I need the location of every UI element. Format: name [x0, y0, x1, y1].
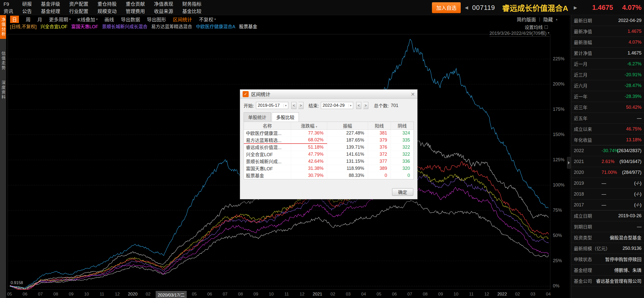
simple-layout-button[interactable]: 简约版面	[517, 16, 536, 23]
side-tab-估值走势[interactable]: 估值走势	[0, 49, 6, 73]
legend-景顺长城新兴成长混合[interactable]: 景顺长城新兴成长混合	[102, 23, 147, 30]
panel-value: 暂停申购暂停赎回	[605, 256, 641, 262]
menu-item-管理费用[interactable]: 管理费用	[126, 9, 145, 14]
stats-row-易方达蓝筹精选...[interactable]: 易方达蓝筹精选...68.02%187.65%379335	[244, 137, 414, 144]
panel-value: 2.61%	[602, 159, 614, 164]
menu-item-基金经理[interactable]: 基金经理	[41, 9, 60, 14]
menu-item-基金比较[interactable]: 基金比较	[182, 9, 201, 14]
menu-item-重仓贡献[interactable]: 重仓贡献	[126, 2, 145, 7]
stats-table-head-row: 名称涨跌幅▾振幅阳线阴线	[244, 122, 414, 129]
end-date-next-button[interactable]: >	[363, 102, 368, 109]
stats-row-景顺长城新兴成...[interactable]: 景顺长城新兴成...42.64%131.15%377336	[244, 158, 414, 165]
tab-single-stock-stats[interactable]: 单股统计	[244, 112, 271, 122]
panel-value: 50.42%	[626, 105, 641, 110]
cell-name: 景顺长城新兴成...	[244, 158, 291, 165]
dialog-tabs: 单股统计 多股比较	[240, 112, 417, 122]
menu-item-净值表现[interactable]: 净值表现	[154, 2, 173, 7]
side-tab-净值分析[interactable]: 净值分析	[0, 15, 6, 39]
top-menu: F9研报基金评级资产配置重仓持股重仓贡献净值表现财务指标资讯公告基金经理行业配置…	[4, 2, 201, 14]
toolbar-更多周期[interactable]: 更多周期▾	[49, 16, 71, 23]
panel-collapse-handle[interactable]	[567, 157, 571, 169]
sort-caret-icon: ▾	[316, 125, 317, 128]
panel-value: -28.47%	[625, 83, 641, 88]
toolbar-日[interactable]: 日	[10, 16, 19, 23]
panel-label: 2017	[574, 202, 584, 208]
start-date-prev-button[interactable]: <	[291, 102, 296, 109]
start-date-value: 2019-05-17	[258, 103, 280, 108]
toolbar-导出数据[interactable]: 导出数据	[121, 16, 140, 23]
stats-col-涨跌幅[interactable]: 涨跌幅▾	[291, 122, 327, 129]
stats-row-睿远成长价值混...[interactable]: 睿远成长价值混...51.18%139.71%376322	[244, 144, 414, 151]
toolbar-K线叠加[interactable]: K线叠加▾	[78, 16, 98, 23]
side-tab-深度资料[interactable]: 深度资料	[0, 78, 6, 102]
menu-item-资产配置[interactable]: 资产配置	[69, 2, 88, 7]
x-axis-label: 07	[38, 292, 43, 297]
cell-name: 中欧医疗健康混...	[244, 129, 291, 137]
menu-item-公告[interactable]: 公告	[22, 9, 32, 14]
ok-button[interactable]: 确定	[392, 188, 413, 196]
legend-兴全合宜LOF[interactable]: 兴全合宜LOF	[40, 23, 67, 30]
menu-item-F9[interactable]: F9	[4, 2, 13, 7]
stats-col-振幅[interactable]: 振幅	[327, 122, 368, 129]
panel-row-2021: 20212.61%(934/1647)	[571, 156, 644, 167]
start-date-next-button[interactable]: >	[298, 102, 303, 109]
cell-up-count: 381	[368, 129, 391, 137]
menu-item-重仓持股[interactable]: 重仓持股	[97, 2, 117, 7]
panel-label: 近三年	[574, 104, 587, 111]
menu-item-规模变动[interactable]: 规模变动	[97, 9, 117, 14]
cell-down-count: 322	[391, 151, 414, 158]
end-date-input[interactable]: 2022-04-29 ▾	[321, 102, 353, 109]
add-watchlist-button[interactable]: 加入自选	[432, 2, 461, 13]
x-axis-label: 05	[192, 292, 197, 297]
end-date-prev-button[interactable]: <	[356, 102, 361, 109]
toolbar-不复权[interactable]: 不复权▾	[199, 16, 216, 23]
ma-settings-icon	[545, 25, 548, 29]
toolbar-周[interactable]: 周	[26, 16, 31, 23]
dialog-title-bar[interactable]: ✓ 区间统计 ×	[240, 90, 417, 99]
start-date-input[interactable]: 2019-05-17 ▾	[256, 102, 288, 109]
stats-row-中欧医疗健康混...[interactable]: 中欧医疗健康混...77.36%227.48%381324	[244, 129, 414, 137]
menu-item-研报[interactable]: 研报	[22, 2, 32, 7]
stats-col-阴线[interactable]: 阴线	[391, 122, 414, 129]
toolbar-导出图形[interactable]: 导出图形	[147, 16, 166, 23]
next-fund-icon[interactable]: ▶	[574, 5, 577, 10]
legend-富国天惠LOF[interactable]: 富国天惠LOF	[71, 23, 98, 30]
y-axis-label: 75%	[553, 207, 562, 213]
x-axis-label: 02	[146, 292, 150, 297]
toolbar-画线[interactable]: 画线	[105, 16, 114, 23]
x-axis-label: 10	[454, 292, 458, 297]
menu-item-行业配置[interactable]: 行业配置	[69, 9, 88, 14]
panel-value: 4.07%	[629, 40, 641, 45]
close-icon[interactable]: ×	[411, 92, 415, 97]
menu-item-收益来源[interactable]: 收益来源	[154, 9, 173, 14]
panel-label: 2022	[574, 148, 584, 153]
tab-multi-stock-compare[interactable]: 多股比较	[272, 112, 299, 122]
panel-label: 最新净值	[574, 28, 592, 35]
legend-股票基金[interactable]: 股票基金	[239, 23, 257, 30]
calendar-dropdown-icon[interactable]: ▾	[349, 104, 352, 107]
toolbar-月[interactable]: 月	[37, 16, 42, 23]
toolbar-区间统计[interactable]: 区间统计	[173, 16, 192, 23]
stats-row-股票基金[interactable]: 股票基金30.79%88.33%00	[244, 172, 414, 179]
stats-row-兴全合宜LOF[interactable]: 兴全合宜LOF47.79%141.61%372322	[244, 151, 414, 158]
panel-label: 年化收益	[574, 137, 592, 143]
menu-item-基金评级[interactable]: 基金评级	[41, 2, 60, 7]
prev-fund-icon[interactable]: ◀	[465, 5, 468, 10]
hide-button[interactable]: 隐藏	[543, 16, 553, 23]
y-axis-label: 100%	[553, 182, 564, 188]
panel-row-成立以来: 成立以来46.75%	[571, 124, 644, 134]
panel-value: 46.75%	[626, 126, 641, 132]
menu-item-财务指标[interactable]: 财务指标	[182, 2, 201, 7]
right-panel: 最新日期2022-04-29最新净值1.4675最新涨幅4.07%累计净值1.4…	[571, 15, 644, 298]
stats-row-富国天惠LOF[interactable]: 富国天惠LOF31.38%118.99%389320	[244, 165, 414, 172]
x-axis-label: 07	[223, 292, 227, 297]
panel-value: 偏股混合型基金	[610, 234, 641, 241]
legend-易方达蓝筹精选混合[interactable]: 易方达蓝筹精选混合	[151, 23, 192, 30]
stats-col-阳线[interactable]: 阳线	[368, 122, 391, 129]
stats-col-名称[interactable]: 名称	[244, 122, 291, 129]
menu-item-资讯[interactable]: 资讯	[4, 9, 13, 14]
calendar-dropdown-icon[interactable]: ▾	[284, 104, 287, 107]
dialog-controls: 开始: 2019-05-17 ▾ < > 结束: 2022-04-29 ▾ < …	[240, 99, 417, 111]
x-axis-label: 05	[7, 292, 12, 297]
legend-中欧医疗健康混合A[interactable]: 中欧医疗健康混合A	[196, 23, 235, 30]
